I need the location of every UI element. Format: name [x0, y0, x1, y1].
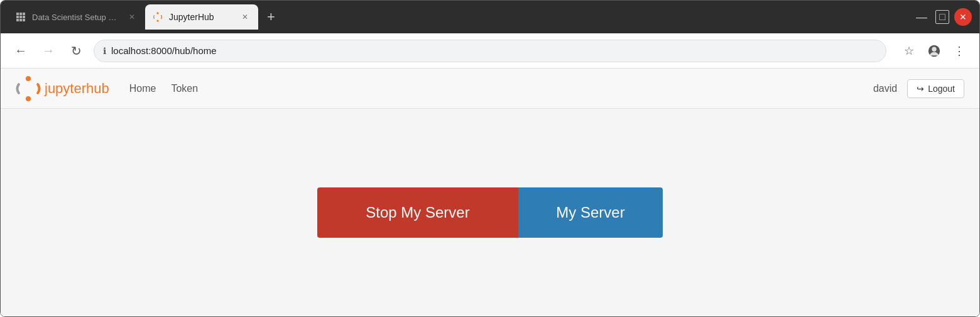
- svg-rect-7: [19, 19, 22, 21]
- page-content: jupyterhub Home Token david ↪ Logout Sto…: [1, 69, 979, 316]
- active-tab-title: JupyterHub: [169, 12, 214, 22]
- grid-icon: [16, 12, 26, 22]
- reload-button[interactable]: ↻: [66, 41, 86, 61]
- navbar: jupyterhub Home Token david ↪ Logout: [1, 69, 979, 109]
- title-bar: Data Scientist Setup and D ✕ JupyterHub …: [1, 1, 979, 33]
- svg-rect-6: [16, 19, 19, 21]
- logout-button[interactable]: ↪ Logout: [907, 79, 964, 98]
- window-controls: — □ ✕: [913, 8, 972, 26]
- main-area: Stop My Server My Server: [1, 109, 979, 316]
- url-text: localhost:8000/hub/home: [111, 45, 877, 56]
- active-tab-close[interactable]: ✕: [239, 11, 251, 23]
- bookmark-button[interactable]: ☆: [899, 41, 919, 61]
- tab-inactive[interactable]: Data Scientist Setup and D ✕: [8, 4, 145, 30]
- menu-button[interactable]: ⋮: [949, 41, 969, 61]
- logo: jupyterhub: [16, 76, 109, 101]
- svg-rect-0: [16, 13, 19, 15]
- logo-text: jupyterhub: [45, 81, 109, 97]
- tab-jupyterhub[interactable]: JupyterHub ✕: [145, 4, 258, 30]
- svg-point-12: [932, 47, 936, 51]
- svg-point-10: [156, 19, 158, 21]
- nav-token-link[interactable]: Token: [171, 81, 198, 97]
- jupyter-tab-icon: [153, 12, 163, 22]
- logo-prefix: jupyter: [45, 81, 86, 96]
- forward-button[interactable]: →: [38, 41, 58, 61]
- address-bar: ← → ↻ ℹ localhost:8000/hub/home ☆ ⋮: [1, 33, 979, 69]
- close-button[interactable]: ✕: [954, 8, 972, 26]
- logout-icon: ↪: [917, 84, 924, 94]
- stop-my-server-button[interactable]: Stop My Server: [317, 187, 518, 238]
- nav-links: Home Token: [129, 81, 198, 97]
- new-tab-button[interactable]: +: [261, 6, 281, 28]
- svg-rect-2: [23, 13, 25, 15]
- svg-rect-8: [23, 19, 25, 21]
- navbar-right: david ↪ Logout: [873, 79, 964, 98]
- svg-point-14: [26, 96, 31, 101]
- minimize-button[interactable]: —: [913, 8, 930, 26]
- inactive-tab-close[interactable]: ✕: [126, 11, 138, 23]
- username-label: david: [873, 83, 897, 94]
- svg-rect-1: [19, 13, 22, 15]
- svg-point-13: [26, 76, 31, 81]
- url-bar[interactable]: ℹ localhost:8000/hub/home: [94, 40, 886, 62]
- svg-point-9: [156, 12, 158, 14]
- maximize-button[interactable]: □: [935, 10, 949, 24]
- back-button[interactable]: ←: [11, 41, 31, 61]
- account-button[interactable]: [924, 41, 944, 61]
- jupyter-logo-icon: [16, 76, 41, 101]
- svg-rect-3: [16, 16, 19, 18]
- logout-label: Logout: [928, 84, 955, 94]
- my-server-button[interactable]: My Server: [518, 187, 663, 238]
- inactive-tab-title: Data Scientist Setup and D: [32, 13, 120, 22]
- nav-home-link[interactable]: Home: [129, 81, 156, 97]
- svg-rect-5: [23, 16, 25, 18]
- logo-suffix: hub: [86, 81, 109, 96]
- info-icon: ℹ: [103, 46, 106, 56]
- svg-rect-4: [19, 16, 22, 18]
- browser-window: Data Scientist Setup and D ✕ JupyterHub …: [0, 0, 980, 317]
- browser-actions: ☆ ⋮: [899, 41, 969, 61]
